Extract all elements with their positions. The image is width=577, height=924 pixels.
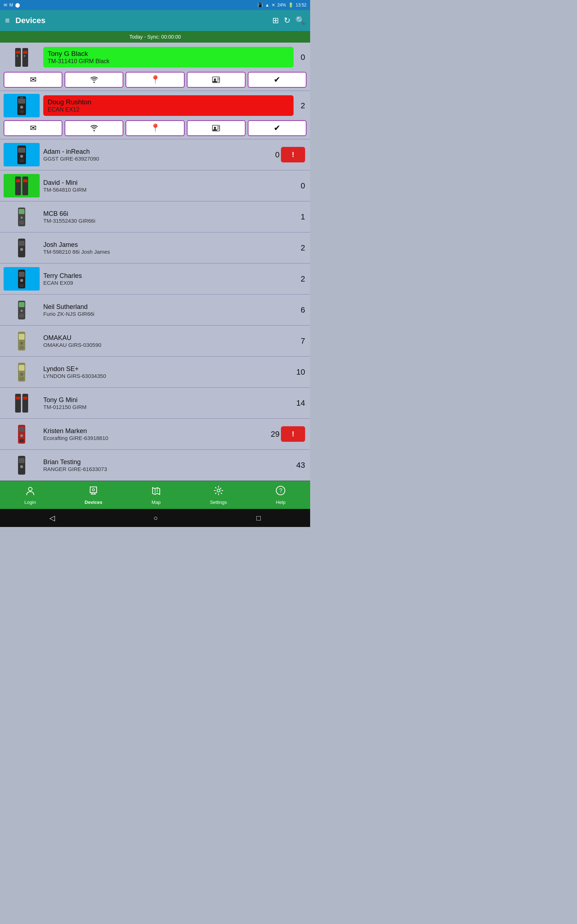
device-sub: ECAN EX12 [48,107,289,113]
svg-rect-30 [19,209,24,214]
svg-rect-36 [19,253,24,256]
list-item[interactable]: OMAKAU OMAKAU GIRS-030590 7 [0,326,310,357]
svg-point-66 [92,489,95,491]
signal-off-icon: ✕ [272,3,275,8]
device-icon [3,422,40,446]
contact-button[interactable] [187,120,246,136]
device-count: 2 [293,101,306,110]
location-button[interactable]: 📍 [126,72,184,88]
check-button[interactable]: ✔ [248,72,306,88]
device-icon [3,45,40,69]
svg-rect-46 [19,334,24,340]
svg-rect-34 [19,241,24,246]
device-sub: GGST GIRE-63927090 [43,155,268,162]
device-info: OMAKAU OMAKAU GIRS-030590 [43,334,293,348]
device-sub: Ecorafting GIRE-63918810 [43,435,268,441]
alert-badge: ! [281,426,305,442]
device-info: Josh James TM-598210 86i Josh James [43,241,293,255]
home-button[interactable]: ○ [153,514,158,522]
wifi-button[interactable] [64,120,123,136]
list-item[interactable]: MCB 66i TM-31552430 GIR66i 1 [0,201,310,233]
action-row: ✉ 📍 ✔ [0,119,310,139]
device-count: 29 [268,430,281,439]
list-item[interactable]: Tony G Mini TM-012150 GIRM 14 [0,388,310,419]
nav-settings[interactable]: Settings [210,485,227,505]
svg-point-69 [217,489,220,492]
menu-icon[interactable]: ≡ [5,16,10,25]
check-button[interactable]: ✔ [248,120,306,136]
device-name: David - Mini [43,179,293,187]
calendar-icon[interactable]: ⊞ [272,16,279,25]
vibrate-icon: 📳 [258,3,263,8]
svg-point-4 [16,55,18,57]
svg-rect-38 [19,272,24,277]
svg-rect-60 [19,439,24,442]
message-button[interactable]: ✉ [3,120,62,136]
device-icon [3,205,40,228]
device-icon [3,236,40,260]
list-item[interactable]: Lyndon SE+ LYNDON GIRS-63034350 10 [0,357,310,388]
svg-rect-14 [19,110,24,113]
list-item[interactable]: Terry Charles ECAN EX09 2 [0,263,310,294]
list-item[interactable]: Brian Testing RANGER GIRE-61633073 43 [0,450,310,481]
svg-rect-50 [19,365,24,371]
help-icon: ? [276,485,285,498]
svg-point-63 [20,465,23,468]
svg-rect-15 [20,97,23,98]
list-item[interactable]: Kristen Marken Ecorafting GIRE-63918810 … [0,419,310,450]
settings-icon [213,485,224,498]
svg-rect-52 [19,377,24,380]
device-sub: Furio ZK-NJS GIR66i [43,311,293,317]
device-info: MCB 66i TM-31552430 GIR66i [43,210,293,224]
status-bar: ✉ M ⬤ 📳 ▲ ✕ 24% 🔋 13:52 [0,0,310,10]
list-item[interactable]: Tony G Black TM-311410 GIRM Black 0 ✉ 📍 … [0,43,310,91]
svg-text:?: ? [279,488,282,494]
alert-badge: ! [281,147,305,162]
device-sub: ECAN EX09 [43,280,293,286]
app-bar: ≡ Devices ⊞ ↻ 🔍 [0,10,310,31]
nav-login[interactable]: Login [24,485,36,505]
svg-point-43 [21,310,23,312]
svg-point-5 [24,55,25,57]
device-info: Neil Sutherland Furio ZK-NJS GIR66i [43,303,293,317]
nav-map[interactable]: Map [151,485,161,505]
list-item[interactable]: Josh James TM-598210 86i Josh James 2 [0,233,310,263]
search-icon[interactable]: 🔍 [295,16,305,25]
app-bar-actions: ⊞ ↻ 🔍 [272,16,305,25]
wifi-button[interactable] [64,72,123,88]
message-button[interactable]: ✉ [3,72,62,88]
list-item[interactable]: David - Mini TM-564810 GIRM 0 [0,170,310,201]
status-left-icons: ✉ M ⬤ [3,3,20,8]
svg-rect-22 [18,148,25,153]
svg-point-51 [20,373,23,376]
device-name: Terry Charles [43,272,293,280]
list-item[interactable]: Neil Sutherland Furio ZK-NJS GIR66i 6 [0,294,310,326]
device-sub: TM-012150 GIRM [43,404,293,410]
svg-rect-54 [23,394,28,412]
device-icon [3,143,40,166]
device-name: Josh James [43,241,293,249]
list-item[interactable]: Doug Rushton ECAN EX12 2 ✉ 📍 ✔ [0,91,310,139]
battery-icon: 🔋 [288,3,293,8]
nav-devices[interactable]: Devices [85,485,102,505]
list-item[interactable]: Adam - inReach GGST GIRE-63927090 0 ! [0,139,310,170]
back-button[interactable]: ◁ [49,514,55,522]
svg-rect-40 [19,284,24,287]
recents-button[interactable]: □ [256,514,261,522]
device-count: 10 [293,367,306,377]
refresh-icon[interactable]: ↻ [284,16,290,25]
android-nav-bar: ◁ ○ □ [0,509,310,527]
device-info: Doug Rushton ECAN EX12 [43,95,293,116]
sync-text: Today - Sync: 00:00:00 [129,34,181,40]
device-info: Lyndon SE+ LYNDON GIRS-63034350 [43,365,293,379]
device-sub: OMAKAU GIRS-030590 [43,342,293,348]
location-button[interactable]: 📍 [126,120,184,136]
gmail-icon: M [10,3,13,8]
contact-button[interactable] [187,72,246,88]
svg-rect-64 [19,470,24,473]
nav-help[interactable]: ? Help [276,485,285,505]
svg-rect-26 [23,176,28,195]
device-name: Neil Sutherland [43,303,293,311]
svg-rect-27 [16,179,20,182]
device-icon [3,329,40,353]
